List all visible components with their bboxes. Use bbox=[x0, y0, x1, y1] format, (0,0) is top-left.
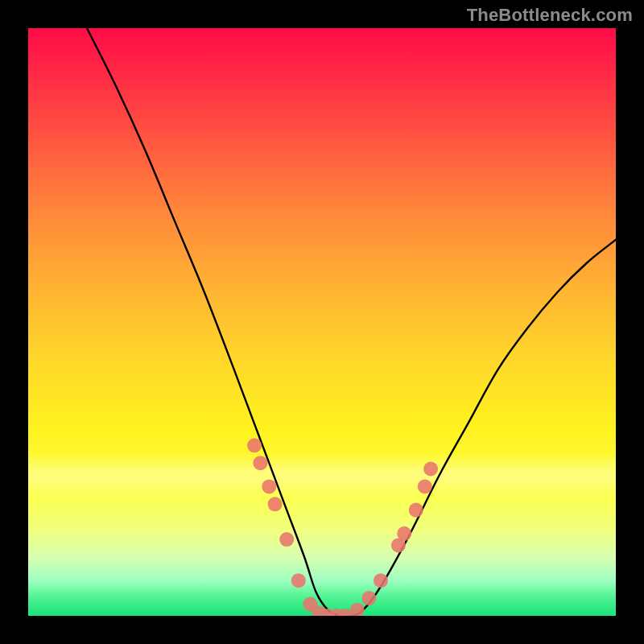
highlight-dots bbox=[247, 438, 438, 616]
highlight-dot bbox=[409, 503, 423, 518]
highlight-dot bbox=[262, 479, 276, 493]
watermark-text: TheBottleneck.com bbox=[467, 5, 633, 26]
highlight-dot bbox=[268, 497, 283, 511]
bottleneck-curve bbox=[87, 28, 616, 616]
highlight-dot bbox=[247, 438, 262, 452]
highlight-dot bbox=[418, 479, 432, 493]
highlight-dot bbox=[374, 573, 388, 588]
highlight-dot bbox=[361, 591, 376, 605]
highlight-dot bbox=[397, 526, 411, 541]
highlight-dot bbox=[253, 456, 267, 470]
highlight-dot bbox=[423, 462, 438, 477]
highlight-dot bbox=[279, 532, 294, 547]
highlight-dot bbox=[350, 603, 365, 616]
chart-frame: TheBottleneck.com bbox=[0, 0, 644, 644]
curve-layer bbox=[28, 28, 616, 616]
plot-area bbox=[28, 28, 616, 616]
highlight-dot bbox=[291, 573, 306, 588]
